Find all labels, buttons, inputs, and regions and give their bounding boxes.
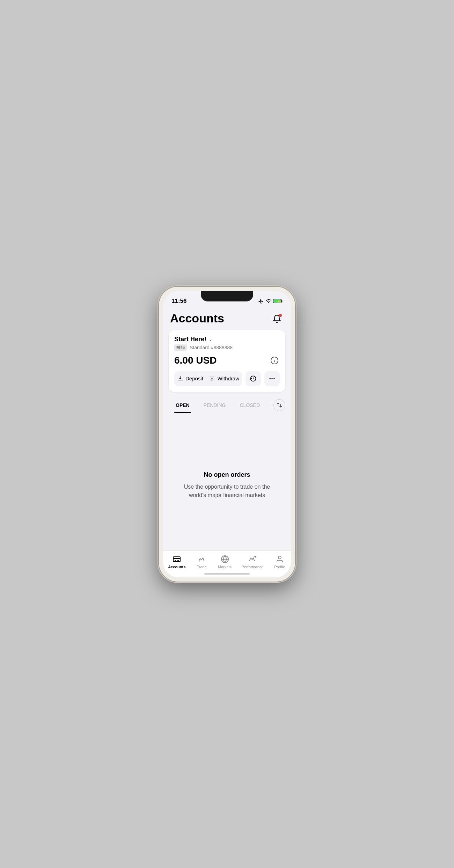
svg-rect-7 <box>178 380 183 381</box>
notch <box>201 291 253 301</box>
more-icon <box>269 375 276 382</box>
action-row: Deposit Withdraw <box>174 371 280 386</box>
tab-pending[interactable]: PENDING <box>197 397 233 413</box>
airplane-icon <box>258 298 264 304</box>
app-header: Accounts <box>163 309 291 330</box>
empty-state: No open orders Use the opportunity to tr… <box>163 413 291 550</box>
info-button[interactable] <box>269 355 280 366</box>
nav-item-profile[interactable]: Profile <box>269 554 290 570</box>
performance-nav-icon <box>248 555 257 563</box>
tab-closed[interactable]: CLOSED <box>233 397 267 413</box>
deposit-button[interactable]: Deposit <box>174 371 206 386</box>
nav-item-accounts[interactable]: Accounts <box>164 554 190 570</box>
empty-title: No open orders <box>204 471 250 479</box>
tab-open[interactable]: OPEN <box>169 397 197 413</box>
svg-rect-12 <box>173 557 180 562</box>
sort-icon <box>276 402 283 408</box>
notification-button[interactable] <box>270 312 284 326</box>
history-button[interactable] <box>246 371 261 386</box>
svg-point-19 <box>278 556 281 559</box>
phone-screen: 11:56 ⚡ <box>163 291 291 577</box>
svg-text:⚡: ⚡ <box>277 299 281 304</box>
account-card: Start Here! ⌄ MT5 Standard #8888888 6.00… <box>169 330 285 392</box>
profile-nav-icon <box>276 555 284 563</box>
tabs-list: OPEN PENDING CLOSED <box>169 397 267 413</box>
empty-subtitle: Use the opportunity to trade on the worl… <box>177 483 277 499</box>
withdraw-button[interactable]: Withdraw <box>206 371 242 386</box>
info-icon <box>270 356 279 365</box>
account-meta: MT5 Standard #8888888 <box>174 344 280 351</box>
home-indicator <box>204 573 250 575</box>
history-icon <box>250 375 257 382</box>
more-button[interactable] <box>264 371 280 386</box>
nav-item-trade[interactable]: Trade <box>191 554 212 570</box>
battery-icon: ⚡ <box>273 299 283 304</box>
balance-row: 6.00 USD <box>174 355 280 366</box>
phone-frame: 11:56 ⚡ <box>159 287 295 582</box>
nav-label-accounts: Accounts <box>168 565 185 569</box>
trade-nav-icon <box>198 555 206 563</box>
account-type-badge: MT5 <box>174 344 187 351</box>
wifi-icon <box>266 298 271 304</box>
withdraw-label: Withdraw <box>217 375 239 381</box>
status-icons: ⚡ <box>258 298 283 304</box>
deposit-label: Deposit <box>185 375 203 381</box>
screen-content: Accounts Start Here! ⌄ MT5 Standar <box>163 309 291 550</box>
nav-item-performance[interactable]: Performance <box>237 554 268 570</box>
action-btn-group: Deposit Withdraw <box>174 371 242 386</box>
page-title: Accounts <box>170 312 224 325</box>
nav-label-profile: Profile <box>274 565 285 569</box>
account-selector[interactable]: Start Here! ⌄ <box>174 336 280 343</box>
tabs-container: OPEN PENDING CLOSED <box>163 397 291 413</box>
nav-label-markets: Markets <box>218 565 232 569</box>
deposit-icon <box>177 375 183 382</box>
nav-label-performance: Performance <box>241 565 263 569</box>
withdraw-icon <box>209 375 215 382</box>
chevron-down-icon: ⌄ <box>208 336 213 342</box>
notification-dot <box>279 314 282 317</box>
svg-point-11 <box>273 378 274 379</box>
sort-button[interactable] <box>273 399 285 411</box>
markets-nav-icon <box>221 555 229 563</box>
accounts-nav-icon <box>173 555 181 563</box>
account-name: Start Here! <box>174 336 206 343</box>
nav-item-markets[interactable]: Markets <box>214 554 236 570</box>
status-time: 11:56 <box>171 298 186 305</box>
svg-point-10 <box>271 378 272 379</box>
svg-rect-2 <box>281 300 282 301</box>
svg-point-9 <box>270 378 271 379</box>
balance-amount: 6.00 USD <box>174 355 217 366</box>
nav-label-trade: Trade <box>197 565 206 569</box>
account-number: Standard #8888888 <box>190 345 233 350</box>
svg-rect-8 <box>210 376 215 377</box>
